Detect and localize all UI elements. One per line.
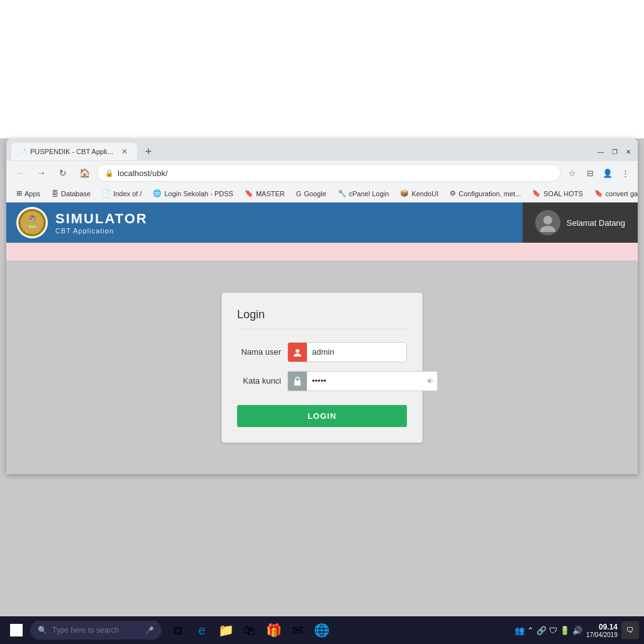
config-bookmark-icon: ⚙ [450, 189, 456, 197]
microphone-icon[interactable]: 🎤 [145, 626, 154, 635]
back-button[interactable]: ← [11, 164, 29, 182]
user-area: Selamat Datang [523, 203, 638, 243]
password-toggle-icon[interactable]: 👁 [423, 377, 437, 385]
address-lock-icon: 🔒 [105, 169, 114, 177]
taskbar-app-store[interactable]: 🛍 [238, 619, 261, 641]
bookmark-cpanel[interactable]: 🔧 cPanel Login [333, 188, 394, 199]
taskbar-search-input[interactable] [52, 626, 140, 635]
taskbar: 🔍 🎤 ⧉ e 📁 🛍 🎁 ✉ 🌐 👥 ⌃ 🔗 🛡 [0, 616, 644, 644]
security-icon[interactable]: 🛡 [549, 626, 557, 635]
notification-bar [6, 243, 638, 260]
refresh-button[interactable]: ↻ [54, 164, 72, 182]
bookmark-soal-label: SOAL HOTS [543, 190, 583, 197]
username-group: Nama user [237, 342, 407, 362]
taskbar-app-mail[interactable]: ✉ [286, 619, 309, 641]
tab-close-button[interactable]: ✕ [119, 147, 130, 157]
profile-icon[interactable]: 👤 [600, 165, 615, 180]
password-group: Kata kunci 👁 [237, 371, 407, 391]
new-tab-button[interactable]: + [140, 143, 157, 160]
logo-text: SIMULATOR CBT Application [55, 211, 148, 235]
logo-sub-text: CBT Application [55, 227, 148, 235]
app-header: 📚 ★★★ SIMULATOR CBT Application [6, 203, 638, 243]
apps-bookmark-icon: ⊞ [16, 189, 22, 197]
bookmark-star-icon[interactable]: ☆ [565, 165, 580, 180]
home-button[interactable]: 🏠 [75, 164, 93, 182]
active-tab[interactable]: 📄 PUSPENDIK - CBT Application | ✕ [11, 143, 137, 160]
bookmark-database-label: Database [61, 190, 91, 197]
bookmark-cpanel-label: cPanel Login [349, 190, 389, 197]
battery-icon[interactable]: 🔋 [560, 626, 570, 635]
taskbar-app-edge[interactable]: e [191, 619, 213, 641]
volume-icon[interactable]: 🔊 [572, 626, 582, 635]
login-sekolah-bookmark-icon: 🌐 [153, 189, 162, 197]
google-bookmark-icon: G [296, 190, 302, 197]
taskbar-apps: ⧉ e 📁 🛍 🎁 ✉ 🌐 [167, 619, 333, 641]
taskbar-app-explorer[interactable]: 📁 [214, 619, 237, 641]
bookmark-google-label: Google [304, 190, 326, 197]
svg-point-4 [540, 226, 555, 232]
windows-logo-icon [10, 624, 23, 636]
svg-rect-11 [17, 631, 22, 636]
search-icon: 🔍 [38, 626, 47, 635]
menu-icon[interactable]: ⋮ [618, 165, 633, 180]
login-button[interactable]: LOGIN [237, 405, 407, 427]
people-icon[interactable]: 👥 [514, 626, 525, 635]
bookmark-kendo[interactable]: 📦 KendoUI [395, 188, 443, 199]
nav-icons: ☆ ⊟ 👤 ⋮ [565, 165, 633, 180]
svg-rect-8 [11, 625, 16, 630]
bookmark-index-label: Index of / [113, 190, 142, 197]
address-bar[interactable]: 🔒 localhost/ubk/ [97, 164, 561, 182]
bookmark-login-sekolah[interactable]: 🌐 Login Sekolah - PDSS [148, 188, 238, 199]
close-button[interactable]: ✕ [624, 147, 633, 156]
taskbar-app-task-view[interactable]: ⧉ [167, 619, 189, 641]
start-button[interactable] [5, 619, 28, 641]
forward-button[interactable]: → [33, 164, 50, 182]
restore-button[interactable]: ❐ [610, 147, 619, 156]
logo-area: 📚 ★★★ SIMULATOR CBT Application [16, 207, 523, 238]
taskbar-search[interactable]: 🔍 🎤 [30, 621, 162, 640]
login-card: Login Nama user [221, 292, 423, 443]
bookmark-index[interactable]: 📄 Index of / [97, 188, 147, 199]
bookmark-database[interactable]: 🗄 Database [47, 189, 96, 199]
taskbar-app-chrome[interactable]: 🌐 [310, 619, 333, 641]
svg-rect-7 [294, 380, 301, 386]
up-chevron-icon[interactable]: ⌃ [527, 626, 534, 635]
bookmark-convert[interactable]: 🔖 convert gambar to... [589, 188, 638, 199]
svg-point-6 [294, 353, 301, 357]
logo-emblem: 📚 ★★★ [18, 209, 46, 236]
username-input[interactable] [307, 343, 407, 362]
clock-area[interactable]: 09.14 17/04/2019 [586, 623, 618, 638]
notification-button[interactable]: 🗨 [621, 621, 639, 639]
bookmark-apps[interactable]: ⊞ Apps [11, 188, 45, 199]
bookmark-google[interactable]: G Google [291, 189, 331, 199]
convert-bookmark-icon: 🔖 [594, 189, 603, 197]
svg-point-0 [20, 211, 44, 235]
minimize-button[interactable]: — [596, 147, 605, 156]
content-area: Login Nama user [6, 260, 638, 474]
password-input-wrapper: 👁 [287, 371, 438, 391]
window-controls: — ❐ ✕ [596, 147, 633, 156]
svg-point-3 [543, 216, 552, 225]
bookmarks-bar: ⊞ Apps 🗄 Database 📄 Index of / 🌐 Login S… [6, 185, 638, 203]
taskbar-right: 👥 ⌃ 🔗 🛡 🔋 🔊 09.14 17/04/2019 🗨 [514, 621, 639, 639]
bookmark-soal[interactable]: 🔖 SOAL HOTS [527, 188, 588, 199]
bookmark-config[interactable]: ⚙ Configuration, met... [445, 188, 526, 199]
tab-title: PUSPENDIK - CBT Application | [30, 148, 116, 155]
svg-point-5 [296, 349, 299, 353]
password-input[interactable] [307, 372, 423, 391]
soal-bookmark-icon: 🔖 [532, 189, 541, 197]
username-label: Nama user [237, 347, 281, 357]
bookmark-login-sekolah-label: Login Sekolah - PDSS [164, 190, 233, 197]
cpanel-bookmark-icon: 🔧 [338, 189, 347, 197]
bookmark-config-label: Configuration, met... [458, 190, 521, 197]
svg-text:📚: 📚 [29, 214, 36, 222]
user-greeting: Selamat Datang [567, 218, 625, 228]
username-input-wrapper [287, 342, 407, 362]
network-icon[interactable]: 🔗 [536, 626, 547, 635]
bookmark-master[interactable]: 🔖 MASTER [240, 188, 290, 199]
taskbar-app-gift[interactable]: 🎁 [262, 619, 285, 641]
bookmark-apps-label: Apps [25, 190, 40, 197]
tab-bar: 📄 PUSPENDIK - CBT Application | ✕ + [11, 143, 591, 160]
database-bookmark-icon: 🗄 [52, 190, 58, 197]
bookmark-list-icon[interactable]: ⊟ [582, 165, 597, 180]
